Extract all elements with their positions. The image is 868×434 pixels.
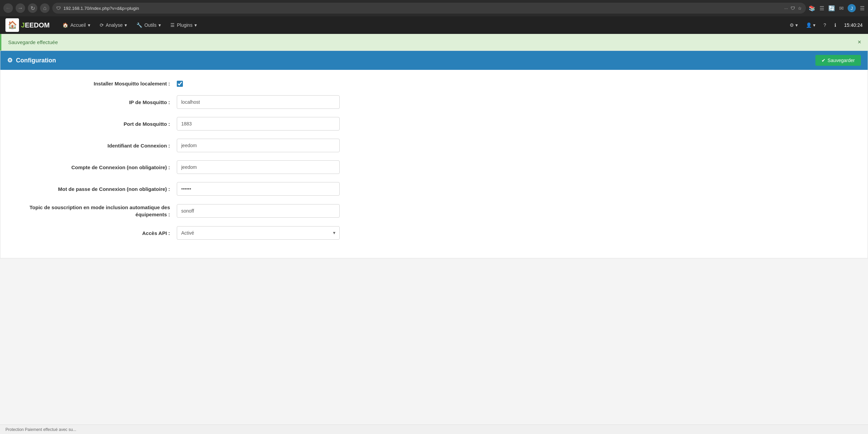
nav-analyse[interactable]: ⟳ Analyse ▾ bbox=[95, 16, 132, 34]
profile-icon[interactable]: J bbox=[848, 4, 856, 12]
nav-outils[interactable]: 🔧 Outils ▾ bbox=[132, 16, 166, 34]
jeedom-logo-text: JEEDOM bbox=[21, 21, 50, 29]
home-button[interactable]: ⌂ bbox=[40, 3, 50, 13]
input-identifiant-connexion[interactable] bbox=[177, 139, 340, 152]
input-motdepasse-connexion[interactable] bbox=[177, 182, 340, 196]
url-text: 192.168.1.70/index.php?v=d&p=plugin bbox=[63, 6, 139, 11]
config-gear-icon: ⚙ bbox=[7, 57, 13, 64]
sync-icon[interactable]: 🔄 bbox=[828, 5, 835, 12]
input-compte-connexion[interactable] bbox=[177, 160, 340, 174]
label-install-mosquitto: Installer Mosquitto localement : bbox=[14, 80, 177, 87]
field-topic-souscription: Topic de souscription en mode inclusion … bbox=[14, 204, 854, 218]
jeedom-logo[interactable]: 🏠 JEEDOM bbox=[5, 18, 50, 32]
analyse-dropdown-icon: ▾ bbox=[125, 22, 127, 28]
alert-close-button[interactable]: × bbox=[857, 39, 861, 46]
alert-message: Sauvegarde effectuée bbox=[8, 39, 58, 45]
alert-banner: Sauvegarde effectuée × bbox=[0, 34, 868, 51]
nav-accueil[interactable]: 🏠 Accueil ▾ bbox=[58, 16, 95, 34]
security-icon: 🛡 bbox=[56, 6, 61, 11]
outils-nav-icon: 🔧 bbox=[136, 22, 142, 28]
accueil-dropdown-icon: ▾ bbox=[88, 22, 90, 28]
analyse-nav-icon: ⟳ bbox=[100, 22, 104, 28]
nav-user[interactable]: 👤 ▾ bbox=[803, 21, 818, 29]
nav-plugins[interactable]: ☰ Plugins ▾ bbox=[166, 16, 202, 34]
save-button[interactable]: ✔ Sauvegarder bbox=[815, 55, 861, 66]
mail-icon[interactable]: ✉ bbox=[839, 5, 844, 12]
field-port-mosquitto: Port de Mosquitto : bbox=[14, 117, 854, 131]
label-compte-connexion: Compte de Connexion (non obligatoire) : bbox=[14, 164, 177, 171]
field-install-mosquitto: Installer Mosquitto localement : bbox=[14, 80, 854, 87]
reader-icon: 🛡 bbox=[791, 6, 795, 11]
config-header: ⚙ Configuration ✔ Sauvegarder bbox=[0, 51, 868, 70]
star-icon: ☆ bbox=[798, 6, 802, 11]
select-wrapper-acces-api: Désactivé Activé bbox=[177, 226, 340, 240]
field-identifiant-connexion: Identifiant de Connexion : bbox=[14, 139, 854, 152]
field-motdepasse-connexion: Mot de passe de Connexion (non obligatoi… bbox=[14, 182, 854, 196]
nav-help[interactable]: ? bbox=[821, 21, 829, 29]
checkbox-install-mosquitto[interactable] bbox=[177, 81, 183, 87]
browser-chrome: ← → ↻ ⌂ 🛡 192.168.1.70/index.php?v=d&p=p… bbox=[0, 0, 868, 16]
input-topic-souscription[interactable] bbox=[177, 204, 340, 218]
nav-settings[interactable]: ⚙ ▾ bbox=[787, 21, 800, 29]
config-header-left: ⚙ Configuration bbox=[7, 57, 56, 64]
user-icon: 👤 bbox=[806, 22, 812, 28]
plugins-dropdown-icon: ▾ bbox=[194, 22, 197, 28]
label-motdepasse-connexion: Mot de passe de Connexion (non obligatoi… bbox=[14, 185, 177, 193]
help-icon: ? bbox=[824, 22, 826, 28]
label-identifiant-connexion: Identifiant de Connexion : bbox=[14, 142, 177, 149]
more-options: ··· bbox=[784, 6, 788, 11]
save-check-icon: ✔ bbox=[822, 58, 826, 63]
config-title: Configuration bbox=[16, 57, 56, 64]
label-port-mosquitto: Port de Mosquitto : bbox=[14, 120, 177, 127]
user-dropdown-icon: ▾ bbox=[813, 22, 815, 28]
sidebar-icon[interactable]: ☰ bbox=[819, 5, 824, 12]
field-compte-connexion: Compte de Connexion (non obligatoire) : bbox=[14, 160, 854, 174]
back-button[interactable]: ← bbox=[3, 3, 13, 13]
home-nav-icon: 🏠 bbox=[62, 22, 68, 28]
nav-time: 15:40:24 bbox=[844, 22, 863, 28]
info-icon: ℹ bbox=[834, 22, 836, 28]
jeedom-logo-icon: 🏠 bbox=[5, 18, 19, 32]
input-ip-mosquitto[interactable] bbox=[177, 95, 340, 109]
library-icon[interactable]: 📚 bbox=[809, 5, 815, 12]
forward-button[interactable]: → bbox=[16, 3, 25, 13]
field-ip-mosquitto: IP de Mosquitto : bbox=[14, 95, 854, 109]
label-ip-mosquitto: IP de Mosquitto : bbox=[14, 99, 177, 106]
outils-dropdown-icon: ▾ bbox=[158, 22, 161, 28]
label-topic-souscription: Topic de souscription en mode inclusion … bbox=[14, 204, 177, 218]
reload-button[interactable]: ↻ bbox=[28, 3, 37, 13]
plugins-nav-icon: ☰ bbox=[170, 22, 175, 28]
settings-dropdown-icon: ▾ bbox=[795, 22, 798, 28]
field-acces-api: Accès API : Désactivé Activé bbox=[14, 226, 854, 240]
label-acces-api: Accès API : bbox=[14, 230, 177, 237]
settings-icon: ⚙ bbox=[790, 22, 794, 28]
jeedom-navbar: 🏠 JEEDOM 🏠 Accueil ▾ ⟳ Analyse ▾ 🔧 Outil… bbox=[0, 16, 868, 34]
input-port-mosquitto[interactable] bbox=[177, 117, 340, 131]
nav-right: ⚙ ▾ 👤 ▾ ? ℹ 15:40:24 bbox=[787, 21, 863, 29]
config-form: Installer Mosquitto localement : IP de M… bbox=[0, 70, 868, 258]
browser-actions: 📚 ☰ 🔄 ✉ J ☰ bbox=[809, 4, 865, 12]
select-acces-api[interactable]: Désactivé Activé bbox=[177, 226, 340, 240]
menu-icon[interactable]: ☰ bbox=[860, 5, 865, 12]
config-panel: ⚙ Configuration ✔ Sauvegarder Installer … bbox=[0, 51, 868, 258]
url-bar[interactable]: 🛡 192.168.1.70/index.php?v=d&p=plugin ··… bbox=[52, 3, 806, 14]
nav-info[interactable]: ℹ bbox=[832, 21, 839, 29]
